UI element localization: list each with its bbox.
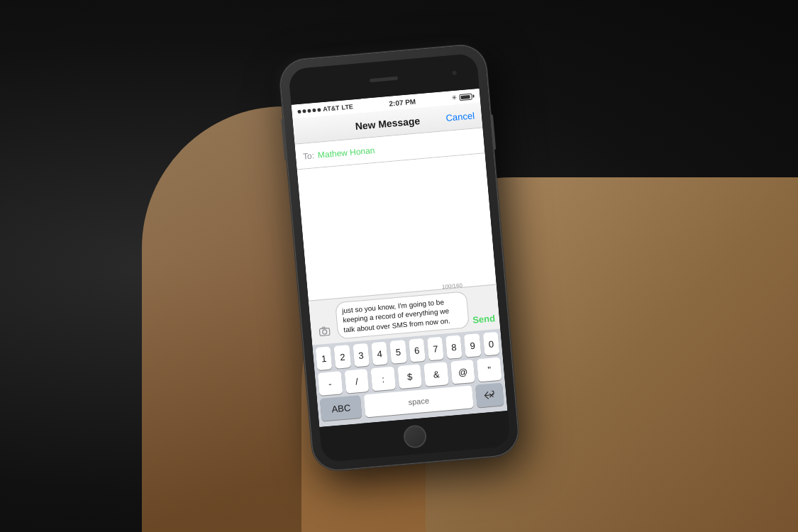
status-left: AT&T LTE [297, 103, 353, 115]
screen-bezel: AT&T LTE 2:07 PM ✳ [288, 53, 510, 462]
signal-dot-3 [307, 109, 311, 112]
bluetooth-icon: ✳ [451, 94, 458, 101]
phone-device: AT&T LTE 2:07 PM ✳ [279, 44, 519, 472]
battery-body [459, 93, 472, 101]
status-right: ✳ [451, 92, 475, 101]
key-7[interactable]: 7 [426, 337, 443, 361]
key-slash[interactable]: / [344, 369, 369, 394]
message-text: just so you know, I'm going to be keepin… [341, 298, 450, 333]
nav-title: New Message [354, 115, 420, 132]
abc-label: ABC [331, 402, 350, 414]
delete-key[interactable] [475, 382, 504, 407]
signal-dot-5 [317, 108, 321, 111]
carrier-text: AT&T [322, 104, 339, 113]
signal-dot-1 [297, 109, 301, 113]
key-3[interactable]: 3 [353, 343, 370, 367]
cancel-button[interactable]: Cancel [445, 110, 475, 123]
key-5[interactable]: 5 [389, 340, 406, 364]
key-8[interactable]: 8 [445, 335, 462, 359]
to-label: To: [302, 150, 314, 161]
key-at[interactable]: @ [450, 360, 475, 384]
svg-point-1 [322, 330, 327, 335]
signal-dot-4 [312, 108, 316, 111]
space-label: space [408, 397, 429, 407]
svg-rect-2 [322, 327, 325, 329]
front-camera [452, 70, 457, 75]
key-1[interactable]: 1 [315, 346, 332, 370]
network-type: LTE [341, 103, 353, 111]
battery-icon [459, 93, 475, 101]
signal-strength [297, 108, 321, 113]
battery-fill [460, 94, 470, 99]
key-0[interactable]: 0 [482, 332, 499, 356]
send-button[interactable]: Send [472, 313, 495, 328]
svg-rect-0 [319, 328, 330, 336]
keyboard: 1 2 3 4 5 6 7 8 9 0 - / [312, 328, 507, 427]
battery-tip [472, 94, 474, 97]
key-4[interactable]: 4 [371, 341, 388, 365]
abc-key[interactable]: ABC [319, 395, 362, 421]
to-recipient: Mathew Honan [317, 145, 375, 160]
key-ampersand[interactable]: & [423, 362, 448, 387]
status-time: 2:07 PM [388, 97, 416, 107]
speaker [369, 76, 397, 82]
key-9[interactable]: 9 [464, 333, 481, 358]
key-colon[interactable]: : [370, 367, 395, 392]
screen: AT&T LTE 2:07 PM ✳ [291, 89, 507, 427]
message-text-input[interactable]: 100/160 just so you know, I'm going to b… [335, 291, 470, 340]
key-dollar[interactable]: $ [397, 364, 422, 389]
key-6[interactable]: 6 [408, 338, 425, 362]
phone-wrapper: AT&T LTE 2:07 PM ✳ [279, 44, 519, 472]
key-quote[interactable]: " [477, 358, 501, 382]
camera-button[interactable] [314, 321, 334, 341]
key-dash[interactable]: - [317, 371, 342, 396]
message-compose-area[interactable] [297, 153, 496, 300]
signal-dot-2 [302, 109, 306, 113]
char-count: 100/160 [441, 282, 462, 291]
key-2[interactable]: 2 [333, 345, 350, 369]
home-button[interactable] [402, 424, 427, 449]
